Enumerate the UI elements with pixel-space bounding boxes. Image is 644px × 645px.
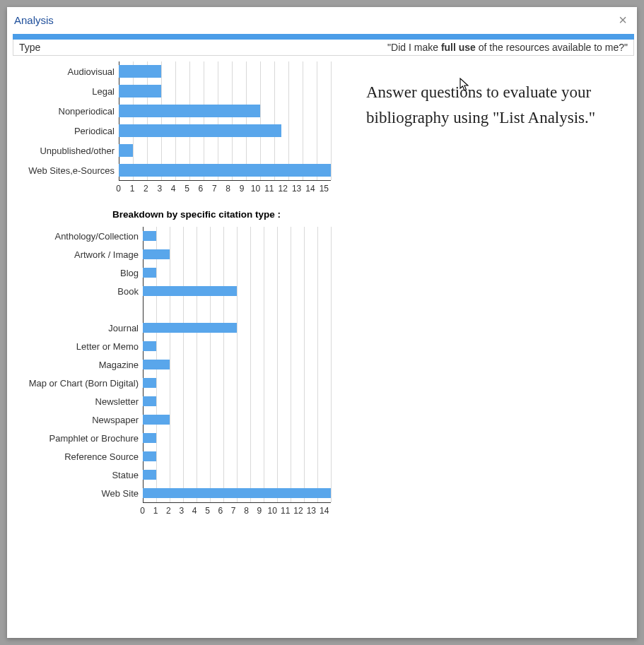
chart-row: Anthology/Collection <box>13 227 338 245</box>
x-tick-label: 14 <box>318 506 331 516</box>
x-tick-label: 13 <box>305 506 317 516</box>
chart-row: Artwork / Image <box>13 245 338 264</box>
x-tick-label: 0 <box>136 506 149 516</box>
bar <box>143 433 156 443</box>
bar <box>119 65 161 78</box>
x-tick-label: 12 <box>292 506 305 516</box>
analysis-modal: Analysis × Type "Did I make full use of … <box>7 7 637 638</box>
bar <box>143 415 170 425</box>
cursor-icon <box>459 78 471 92</box>
chart-row: Periodical <box>13 121 338 141</box>
bar <box>143 323 237 333</box>
y-tick-label: Anthology/Collection <box>13 231 143 242</box>
annotation-text: Answer questions to evaluate your biblio… <box>366 80 627 130</box>
y-tick-label: Legal <box>13 86 119 97</box>
x-tick-label: 6 <box>194 184 207 194</box>
x-tick-label: 7 <box>227 506 240 516</box>
x-tick-label: 2 <box>139 184 153 194</box>
x-tick-label: 2 <box>162 506 175 516</box>
chart-row: Letter or Memo <box>13 337 338 355</box>
bar <box>119 164 331 177</box>
chart-row <box>13 300 338 319</box>
y-tick-label: Newsletter <box>13 396 143 407</box>
chart-row: Reference Source <box>13 447 338 466</box>
chart-row: Book <box>13 282 338 300</box>
bar <box>143 451 156 461</box>
y-tick-label: Journal <box>13 323 143 333</box>
x-tick-label: 11 <box>262 184 276 194</box>
section-question: "Did I make full use of the resources av… <box>387 42 628 53</box>
y-tick-label: Newspaper <box>13 415 143 425</box>
x-tick-label: 5 <box>201 506 213 516</box>
x-axis: 0123456789101112131415 <box>119 180 331 194</box>
y-tick-label: Audiovisual <box>13 66 119 77</box>
bar <box>143 286 237 296</box>
chart-row: Web Site <box>13 484 338 502</box>
x-tick-label: 4 <box>188 506 201 516</box>
modal-header: Analysis × <box>7 7 637 32</box>
modal-body: Type "Did I make full use of the resourc… <box>7 30 637 638</box>
chart-row: Audiovisual <box>13 61 338 81</box>
x-tick-label: 15 <box>317 184 331 194</box>
x-tick-label: 1 <box>149 506 162 516</box>
chart2-title: Breakdown by specific citation type : <box>13 209 338 220</box>
x-tick-label: 12 <box>276 184 290 194</box>
chart-row: Statue <box>13 466 338 484</box>
chart-row: Legal <box>13 81 338 101</box>
x-tick-label: 1 <box>125 184 139 194</box>
x-tick-label: 8 <box>221 184 235 194</box>
chart-row: Newsletter <box>13 392 338 410</box>
section-heading-row: Type "Did I make full use of the resourc… <box>13 40 634 56</box>
bar <box>143 470 156 480</box>
bar <box>143 231 156 241</box>
y-tick-label: Pamphlet or Brochure <box>13 433 143 444</box>
chart-row: Magazine <box>13 355 338 374</box>
x-tick-label: 0 <box>112 184 125 194</box>
x-axis: 01234567891011121314 <box>143 502 331 516</box>
chart-row: Blog <box>13 264 338 282</box>
modal-title: Analysis <box>14 14 54 26</box>
x-tick-label: 5 <box>180 184 194 194</box>
x-tick-label: 10 <box>266 506 279 516</box>
close-icon[interactable]: × <box>616 11 630 28</box>
x-tick-label: 3 <box>175 506 188 516</box>
x-tick-label: 11 <box>279 506 291 516</box>
section-label: Type <box>19 42 40 53</box>
scroll-area[interactable]: Type "Did I make full use of the resourc… <box>7 30 637 638</box>
y-tick-label: Nonperiodical <box>13 106 119 117</box>
bar <box>143 488 331 498</box>
x-tick-label: 9 <box>235 184 248 194</box>
chart-row: Map or Chart (Born Digital) <box>13 374 338 392</box>
y-tick-label: Blog <box>13 268 143 278</box>
x-tick-label: 6 <box>214 506 227 516</box>
chart-row: Unpublished/other <box>13 141 338 160</box>
chart-row: Newspaper <box>13 410 338 429</box>
x-tick-label: 14 <box>303 184 317 194</box>
bar <box>119 144 133 157</box>
x-tick-label: 4 <box>167 184 180 194</box>
chart-row: Pamphlet or Brochure <box>13 429 338 447</box>
x-tick-label: 9 <box>253 506 266 516</box>
x-tick-label: 8 <box>240 506 252 516</box>
y-tick-label: Letter or Memo <box>13 341 143 352</box>
bar <box>119 124 281 137</box>
type-chart: AudiovisualLegalNonperiodicalPeriodicalU… <box>13 61 338 194</box>
chart-row: Nonperiodical <box>13 101 338 121</box>
x-tick-label: 13 <box>290 184 303 194</box>
bar <box>143 378 156 388</box>
y-tick-label: Web Site <box>13 488 143 499</box>
y-tick-label: Map or Chart (Born Digital) <box>13 378 143 389</box>
x-tick-label: 7 <box>208 184 221 194</box>
bar <box>143 341 156 351</box>
bar <box>119 85 161 97</box>
bar <box>143 396 156 406</box>
y-tick-label: Book <box>13 286 143 297</box>
bar <box>119 105 260 117</box>
x-tick-label: 10 <box>249 184 262 194</box>
y-tick-label: Web Sites,e-Sources <box>13 165 119 176</box>
y-tick-label: Statue <box>13 470 143 480</box>
bar <box>143 249 170 259</box>
y-tick-label: Artwork / Image <box>13 249 143 260</box>
chart-row: Journal <box>13 319 338 337</box>
chart-row: Web Sites,e-Sources <box>13 160 338 180</box>
